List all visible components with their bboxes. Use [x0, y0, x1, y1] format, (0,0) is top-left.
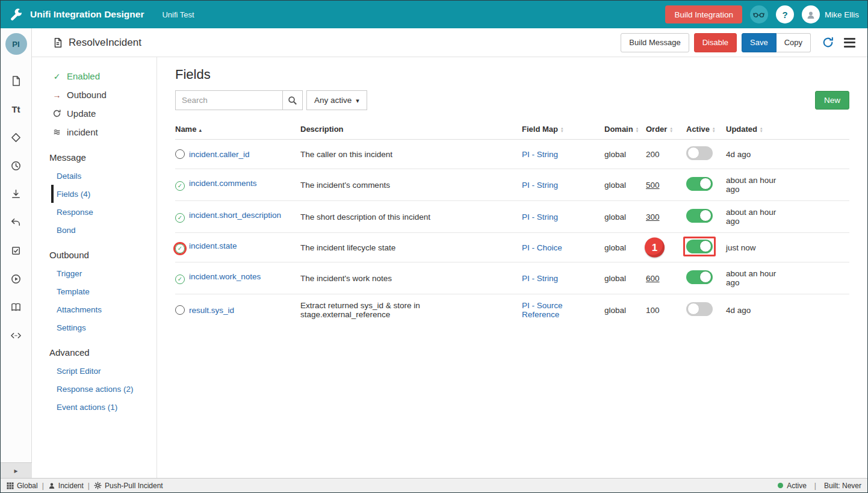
- rail-expand-button[interactable]: [1, 462, 32, 478]
- nav-item-fields[interactable]: Fields (4): [51, 185, 157, 203]
- field-description: The caller on this incident: [300, 150, 522, 159]
- record-title: ResolveIncident: [69, 37, 141, 49]
- field-map-link[interactable]: PI - String: [522, 274, 558, 283]
- field-order-link[interactable]: 500: [646, 181, 660, 190]
- arrow-right-icon: [52, 90, 62, 100]
- nav-item-event-actions[interactable]: Event actions (1): [51, 398, 157, 416]
- column-header-name[interactable]: Name: [175, 125, 300, 134]
- icon-rail: PI Tt: [1, 28, 32, 478]
- refresh-icon[interactable]: [822, 36, 834, 49]
- search-button[interactable]: [282, 90, 303, 110]
- sort-icon: [636, 126, 639, 132]
- active-toggle[interactable]: [686, 177, 713, 191]
- wrench-logo-icon[interactable]: [9, 8, 23, 21]
- annotation-step-badge: 1: [645, 238, 665, 258]
- field-map-link[interactable]: PI - String: [522, 150, 558, 159]
- active-filter-dropdown[interactable]: Any active: [306, 90, 367, 110]
- field-map-link[interactable]: PI - Choice: [522, 243, 562, 252]
- active-toggle[interactable]: [686, 270, 713, 284]
- play-icon[interactable]: [1, 265, 32, 293]
- active-toggle[interactable]: [686, 146, 713, 160]
- field-updated: just now: [726, 243, 786, 252]
- field-name-link[interactable]: incident.state: [189, 241, 237, 250]
- table-row: incident.short_description The short des…: [175, 201, 849, 233]
- field-order: 100: [646, 306, 660, 315]
- code-icon[interactable]: [1, 321, 32, 350]
- field-inactive-icon: [175, 305, 185, 315]
- nav-item-details[interactable]: Details: [51, 167, 157, 185]
- table-row-highlighted: incident.state The incident lifecycle st…: [175, 233, 849, 262]
- diamond-icon[interactable]: [1, 123, 32, 152]
- field-domain: global: [604, 150, 646, 159]
- field-map-link[interactable]: PI - String: [522, 212, 558, 222]
- column-header-field-map[interactable]: Field Map: [522, 125, 604, 134]
- column-header-description[interactable]: Description: [300, 125, 522, 134]
- help-icon[interactable]: ?: [776, 5, 794, 23]
- field-order-link[interactable]: 600: [646, 274, 660, 283]
- tasks-icon[interactable]: [1, 237, 32, 265]
- column-header-updated[interactable]: Updated: [726, 125, 786, 134]
- preview-glasses-icon[interactable]: [750, 5, 768, 23]
- user-menu[interactable]: Mike Ellis: [802, 5, 859, 23]
- nav-section-message: Message: [32, 141, 157, 167]
- download-icon[interactable]: [1, 180, 32, 208]
- top-bar: Unifi Integration Designer Unifi Test Bu…: [1, 1, 867, 28]
- build-integration-button[interactable]: Build Integration: [665, 5, 742, 23]
- new-button[interactable]: New: [815, 91, 849, 110]
- active-toggle[interactable]: [686, 302, 713, 316]
- scope-indicator[interactable]: Global: [7, 482, 38, 490]
- field-name-link[interactable]: result.sys_id: [189, 306, 234, 315]
- field-domain: global: [604, 181, 646, 190]
- column-header-active[interactable]: Active: [686, 125, 726, 134]
- integration-indicator[interactable]: Push-Pull Incident: [94, 482, 163, 490]
- user-avatar-icon: [802, 5, 820, 23]
- sidebar-status-action: Update: [32, 104, 157, 123]
- field-name-link[interactable]: incident.short_description: [189, 211, 281, 220]
- environment-name[interactable]: Unifi Test: [162, 10, 194, 19]
- sidebar-status-enabled: Enabled: [32, 67, 157, 85]
- page-title: Fields: [175, 67, 849, 82]
- book-icon[interactable]: [1, 293, 32, 321]
- undo-icon[interactable]: [1, 208, 32, 237]
- nav-item-trigger[interactable]: Trigger: [51, 264, 157, 282]
- disable-button[interactable]: Disable: [694, 33, 737, 52]
- separator: |: [814, 482, 816, 490]
- column-header-order[interactable]: Order: [646, 125, 686, 134]
- field-domain: global: [604, 212, 646, 222]
- nav-item-attachments[interactable]: Attachments: [51, 300, 157, 318]
- nav-item-script-editor[interactable]: Script Editor: [51, 362, 157, 380]
- history-icon[interactable]: [1, 152, 32, 180]
- field-map-link[interactable]: PI - String: [522, 181, 558, 190]
- build-message-button[interactable]: Build Message: [621, 33, 689, 52]
- app-title: Unifi Integration Designer: [30, 9, 144, 20]
- field-map-link[interactable]: PI - Source Reference: [522, 301, 563, 319]
- nav-item-response[interactable]: Response: [51, 203, 157, 221]
- nav-item-response-actions[interactable]: Response actions (2): [51, 380, 157, 398]
- active-toggle[interactable]: [686, 209, 713, 223]
- field-name-link[interactable]: incident.work_notes: [189, 272, 261, 281]
- field-name-link[interactable]: incident.comments: [189, 179, 257, 188]
- nav-item-bond[interactable]: Bond: [51, 221, 157, 239]
- save-button[interactable]: Save: [742, 33, 777, 52]
- table-row: incident.caller_id The caller on this in…: [175, 140, 849, 169]
- main-panel: Fields Any active New: [157, 57, 867, 478]
- nav-item-settings[interactable]: Settings: [51, 318, 157, 336]
- field-updated: about an hour ago: [726, 208, 786, 226]
- column-header-domain[interactable]: Domain: [604, 125, 646, 134]
- integration-avatar[interactable]: PI: [5, 33, 27, 55]
- table-row: result.sys_id Extract returned sys_id & …: [175, 294, 849, 326]
- search-input[interactable]: [175, 90, 282, 110]
- person-icon: [48, 482, 55, 489]
- nav-item-template[interactable]: Template: [51, 282, 157, 300]
- chevron-down-icon: [356, 96, 359, 105]
- field-domain: global: [604, 306, 646, 315]
- active-toggle[interactable]: [686, 240, 713, 253]
- text-icon[interactable]: Tt: [1, 95, 32, 123]
- document-icon[interactable]: [1, 67, 32, 95]
- field-name-link[interactable]: incident.caller_id: [189, 150, 250, 159]
- sort-icon: [670, 126, 672, 132]
- copy-button[interactable]: Copy: [777, 33, 811, 52]
- menu-icon[interactable]: [844, 36, 855, 49]
- record-type-indicator[interactable]: Incident: [48, 482, 84, 490]
- field-order-link[interactable]: 300: [646, 212, 660, 222]
